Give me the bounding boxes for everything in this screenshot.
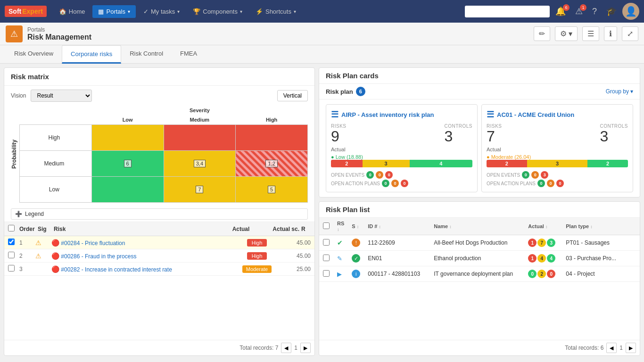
matrix-cell-low-high[interactable]: 5 <box>236 177 308 203</box>
list-button[interactable]: ☰ <box>582 26 599 41</box>
risk-plan-cards-section: Risk Plan cards Risk plan 6 Group by ▾ ☰ <box>319 67 640 197</box>
ac01-controls: CONTROLS 3 <box>600 123 628 144</box>
logo[interactable]: Soft Expert <box>5 6 47 17</box>
info-button[interactable]: ℹ <box>604 26 617 41</box>
risk-name-3[interactable]: 🔴 #00282 - Increase in contracted intere… <box>51 265 231 273</box>
airp-risks: RISKS 9 <box>331 123 347 144</box>
plan-card-ac01[interactable]: ☰ AC01 - ACME Credit Union RISKS 7 CONTR… <box>481 104 633 192</box>
notifications-button[interactable]: 🔔 6 <box>552 4 570 18</box>
cell-value-7: 7 <box>196 186 203 193</box>
prev-page-right-button[interactable]: ◀ <box>606 343 617 353</box>
matrix-cell-high-medium[interactable] <box>164 125 236 151</box>
airp-actions-green: 0 <box>382 180 389 187</box>
edit-button[interactable]: ✏ <box>534 26 550 41</box>
rs-sort-icon: ↕ <box>337 227 339 232</box>
row-high: High <box>20 125 92 151</box>
breadcrumb-title: Risk Management <box>27 33 91 41</box>
vision-select[interactable]: Result <box>31 90 92 102</box>
matrix-cell-medium-low[interactable]: 6 <box>91 151 164 177</box>
ac01-actions-red: 0 <box>556 180 564 187</box>
matrix-cell-high-high[interactable] <box>236 125 308 151</box>
risk-icon-1: 🔴 <box>51 239 59 247</box>
next-page-right-button[interactable]: ▶ <box>626 343 636 353</box>
warning-icon-1: ⚠ <box>35 239 41 247</box>
matrix-cell-high-low[interactable] <box>91 125 164 151</box>
risk-name-1[interactable]: 🔴 #00284 - Price fluctuation <box>51 239 231 247</box>
risk-name-2[interactable]: 🔴 #00286 - Fraud in the process <box>51 252 231 260</box>
tab-fmea[interactable]: FMEA <box>172 45 206 63</box>
plan-airp-stats: RISKS 9 CONTROLS 3 <box>331 123 472 144</box>
nav-portals[interactable]: ▦ Portals ▾ <box>92 5 135 18</box>
risk-score-2: 45.00 <box>282 253 311 259</box>
header-actual-sc: Actual sc. <box>266 226 299 232</box>
severity-header: Severity <box>91 106 307 115</box>
risk-row-2: 2 ⚠ 🔴 #00286 - Fraud in the process High… <box>4 249 314 263</box>
plan-card-airp[interactable]: ☰ AIRP - Asset inventory risk plan RISKS… <box>326 104 478 192</box>
legend-bar[interactable]: ➕ Legend <box>11 208 308 220</box>
risk-checkbox-3[interactable] <box>8 265 15 272</box>
module-icon: ⚠ <box>6 25 23 42</box>
header-r: R <box>301 226 311 232</box>
tab-corporate-risks[interactable]: Corporate risks <box>62 45 121 64</box>
s-sort-icon: ↕ <box>357 224 359 229</box>
tbl-row3-checkbox[interactable] <box>323 270 330 277</box>
tbl-plan-type-2: 03 - Purchase Pro... <box>562 251 640 266</box>
expand-button[interactable]: ⤢ <box>622 26 638 41</box>
nav-components[interactable]: 🏆 Components ▾ <box>187 5 248 18</box>
tbl-actual-1: 1 7 3 <box>524 235 562 251</box>
ac01-pb-green: 2 <box>587 160 628 167</box>
right-panel: Risk Plan cards Risk plan 6 Group by ▾ ☰ <box>319 67 640 356</box>
graduation-icon[interactable]: 🎓 <box>603 4 620 18</box>
tbl-row1-checkbox[interactable] <box>323 239 330 246</box>
components-caret-icon: ▾ <box>240 9 242 14</box>
risk-plan-list-table-scroll[interactable]: RS ↕ S ↕ ID # ↕ Name ↕ Actual ↕ Plan typ… <box>319 218 640 340</box>
tab-risk-overview[interactable]: Risk Overview <box>6 45 62 63</box>
matrix-cell-medium-high[interactable]: 1,2 <box>236 151 308 177</box>
airp-open-events: OPEN EVENTS 0 0 0 <box>331 171 472 179</box>
vertical-button[interactable]: Vertical <box>277 90 308 101</box>
table-select-all[interactable] <box>323 222 330 229</box>
risk-sig-2: ⚠ <box>35 252 50 260</box>
risk-icon-2: 🔴 <box>51 252 59 260</box>
risk-plan-text: Risk plan <box>326 88 353 95</box>
next-page-button[interactable]: ▶ <box>300 343 311 353</box>
select-all-checkbox[interactable] <box>8 225 15 231</box>
search-input[interactable] <box>465 6 550 17</box>
actual-green-2: 4 <box>547 254 555 263</box>
ac01-events: OPEN EVENTS 0 0 3 OPEN ACTION PLANS 0 0 … <box>487 171 628 187</box>
plan-card-ac01-title: ☰ AC01 - ACME Credit Union <box>487 109 628 120</box>
risk-sig-1: ⚠ <box>35 239 50 247</box>
header-risk: Risk <box>54 226 215 232</box>
group-by-button[interactable]: Group by ▾ <box>606 88 633 95</box>
nav-home[interactable]: 🏠 Home <box>53 5 91 18</box>
alerts-button[interactable]: ⚠ 1 <box>571 4 586 18</box>
prev-page-button[interactable]: ◀ <box>281 343 291 353</box>
matrix-cell-low-medium[interactable]: 7 <box>164 177 236 203</box>
tbl-row2-checkbox[interactable] <box>323 255 330 261</box>
portals-icon: ▦ <box>98 8 104 15</box>
settings-button[interactable]: ⚙ ▾ <box>555 26 578 41</box>
th-plan-type: Plan type ↕ <box>562 218 640 235</box>
matrix-cell-low-low[interactable] <box>91 177 164 203</box>
risk-checkbox-1[interactable] <box>8 239 15 245</box>
actual-yellow-3: 2 <box>537 270 546 278</box>
table-row-2: ✎ ✓ EN01 Ethanol production 1 4 <box>319 251 640 266</box>
risk-checkbox-2[interactable] <box>8 252 15 258</box>
risk-matrix-controls: Vision Result Vertical <box>4 86 314 106</box>
tab-risk-control[interactable]: Risk Control <box>121 45 172 63</box>
risk-matrix-table: Severity Low Medium High High <box>19 106 308 203</box>
ac01-events-orange: 0 <box>531 171 539 179</box>
nav-shortcuts[interactable]: ⚡ Shortcuts ▾ <box>250 5 302 18</box>
ac01-risks: RISKS 7 <box>487 123 502 144</box>
risk-plan-list-title: Risk Plan list <box>319 202 640 218</box>
th-rs: RS ↕ <box>333 218 348 235</box>
airp-progress-bar: 2 3 4 <box>331 160 472 167</box>
nav-my-tasks[interactable]: ✓ My tasks ▾ <box>138 5 185 18</box>
airp-actual-value: ● Low (18.88) <box>331 154 472 160</box>
user-avatar[interactable]: 👤 <box>622 3 639 20</box>
tbl-id-1: 112-22609 <box>364 235 430 251</box>
matrix-cell-medium-medium[interactable]: 3,4 <box>164 151 236 177</box>
help-button[interactable]: ? <box>588 5 601 18</box>
ac01-progress-bar: 2 3 2 <box>487 160 628 167</box>
vision-label: Vision <box>11 92 26 99</box>
